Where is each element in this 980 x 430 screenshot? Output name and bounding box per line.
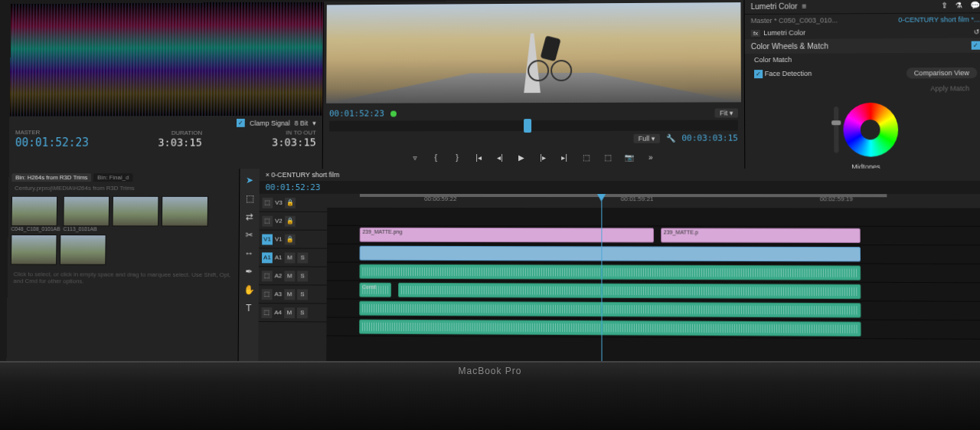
export-frame-button[interactable]: 📷 (622, 150, 635, 164)
hand-tool[interactable]: ✋ (242, 283, 256, 297)
video-clip[interactable]: 239_MATTE.p (661, 228, 861, 243)
clip-thumbnail[interactable] (11, 196, 58, 226)
wheels-enable-checkbox[interactable]: ✓ (972, 41, 980, 50)
color-match-label: Color Match (754, 56, 792, 64)
audio-clip[interactable] (359, 301, 861, 318)
program-panel: 00:01:52:23 Fit ▾ Full ▾ 🔧 00:03:03:15 ▿… (323, 0, 745, 169)
track-lock-icon[interactable]: 🔒 (285, 215, 296, 226)
track-toggle[interactable]: ⬚ (263, 197, 273, 208)
program-timecode[interactable]: 00:01:52:23 (329, 109, 384, 119)
audio-clip[interactable] (359, 264, 861, 281)
play-button[interactable]: ▶ (514, 150, 528, 164)
in-to-out-label: IN TO OUT (272, 130, 316, 136)
video-clip[interactable]: 239_MATTE.png (359, 228, 654, 243)
bin-tab-1[interactable]: Bin: H264s from R3D Trims (11, 173, 91, 182)
sequence-name[interactable]: × 0-CENTURY short film (266, 171, 340, 179)
tools-panel: ➤ ⬚ ⇄ ✂ ↔ ✒ ✋ T (238, 169, 259, 367)
type-tool[interactable]: T (242, 301, 256, 315)
clip-thumbnail[interactable] (11, 235, 57, 265)
section-color-wheels-match[interactable]: Color Wheels & Match ✓ (745, 38, 980, 54)
scope-menu-icon[interactable]: ▾ (312, 119, 316, 126)
beaker-icon[interactable]: ⚗ (956, 1, 962, 9)
program-scrubber[interactable] (329, 120, 738, 131)
mute-button[interactable]: M (284, 307, 295, 318)
fx-badge[interactable]: fx (751, 29, 760, 36)
audio-clip[interactable]: Const (359, 283, 391, 297)
track-select-tool[interactable]: ⬚ (243, 192, 256, 205)
track-toggle[interactable]: ⬚ (262, 215, 273, 226)
mark-out-button[interactable]: } (450, 150, 464, 164)
effect-name: Lumetri Color (763, 29, 805, 37)
mute-button[interactable]: M (284, 252, 295, 263)
midtones-slider[interactable] (834, 107, 838, 153)
in-to-out-value: 3:03:15 (272, 136, 316, 148)
step-forward-button[interactable]: |▸ (536, 150, 550, 164)
selection-hint: Click to select, or click in empty space… (11, 268, 236, 288)
face-detection-checkbox[interactable]: ✓ (754, 70, 763, 78)
thumbnail-grid: C048_C108_0101AB C113_0101AB (11, 193, 236, 268)
mark-in-button[interactable]: { (429, 150, 443, 164)
reset-effect-icon[interactable]: ↺ (974, 28, 980, 35)
extract-button[interactable]: ⬚ (600, 150, 614, 164)
master-clip-label: Master * C050_C003_010... (751, 16, 838, 25)
track-target-v1[interactable]: V1 (262, 234, 273, 245)
clamp-signal-checkbox[interactable]: ✓ (237, 119, 245, 127)
scopes-panel: ✓ Clamp Signal 8 Bit ▾ MASTER 00:01:52:2… (9, 2, 324, 169)
add-marker-button[interactable]: ▿ (408, 150, 422, 164)
track-toggle[interactable]: ⬚ (262, 307, 273, 318)
clip-thumbnail[interactable] (162, 196, 208, 227)
track-target-a1[interactable]: A1 (262, 252, 273, 263)
program-monitor[interactable] (326, 2, 741, 103)
mute-button[interactable]: M (284, 271, 295, 281)
go-to-in-button[interactable]: |◂ (472, 150, 485, 164)
audio-clip[interactable] (398, 283, 861, 299)
track-toggle[interactable]: ⬚ (262, 289, 273, 300)
clip-thumbnail[interactable] (60, 235, 106, 265)
in-out-range[interactable] (360, 194, 887, 197)
step-back-button[interactable]: ◂| (493, 150, 507, 164)
solo-button[interactable]: S (297, 271, 308, 281)
slip-tool[interactable]: ↔ (242, 246, 256, 260)
selection-tool[interactable]: ➤ (243, 173, 256, 187)
panel-menu-icon[interactable]: ≡ (802, 2, 807, 11)
bin-tab-2[interactable]: Bin: Final_d (93, 173, 132, 182)
wrench-icon[interactable]: 🔧 (666, 134, 675, 143)
waveform-scope[interactable] (10, 2, 323, 117)
program-end-timecode: 00:03:03:15 (681, 133, 738, 143)
razor-tool[interactable]: ✂ (243, 228, 256, 242)
share-icon[interactable]: ⇪ (941, 1, 947, 9)
track-lock-icon[interactable]: 🔒 (285, 234, 296, 245)
lift-button[interactable]: ⬚ (579, 150, 593, 164)
timeline-tracks[interactable]: 00:00:59:22 00:01:59:21 00:02:59:19 239_… (326, 194, 980, 372)
time-ruler[interactable]: 00:00:59:22 00:01:59:21 00:02:59:19 (327, 194, 980, 208)
timeline-timecode[interactable]: 00:01:52:23 (266, 182, 321, 192)
midtones-wheel[interactable] (843, 103, 898, 157)
solo-button[interactable]: S (297, 289, 308, 300)
chat-icon[interactable]: 💬 (970, 1, 979, 9)
scrubber-playhead[interactable] (524, 119, 531, 133)
audio-clip[interactable] (359, 320, 861, 336)
pen-tool[interactable]: ✒ (242, 264, 256, 278)
go-to-out-button[interactable]: ▸| (557, 150, 571, 164)
sequence-link[interactable]: 0-CENTURY short film *... (898, 15, 979, 24)
clip-thumbnail[interactable] (64, 196, 110, 227)
zoom-fit-dropdown[interactable]: Fit ▾ (715, 108, 738, 117)
clip-thumbnail[interactable] (113, 196, 159, 227)
bit-depth-label: 8 Bit (295, 119, 309, 126)
comparison-view-button[interactable]: Comparison View (906, 67, 977, 78)
more-transport-icon[interactable]: » (644, 150, 658, 164)
mute-button[interactable]: M (284, 289, 295, 300)
resolution-dropdown[interactable]: Full ▾ (634, 133, 660, 143)
track-toggle[interactable]: ⬚ (262, 271, 273, 281)
video-clip[interactable] (359, 246, 861, 262)
project-panel: Bin: H264s from R3D Trims Bin: Final_d C… (6, 169, 240, 367)
solo-button[interactable]: S (297, 252, 308, 263)
timeline-playhead[interactable] (601, 194, 602, 369)
master-label: MASTER (15, 129, 89, 136)
master-timecode[interactable]: 00:01:52:23 (15, 136, 89, 149)
ripple-tool[interactable]: ⇄ (243, 210, 256, 224)
apply-match-button[interactable]: Apply Match (923, 83, 978, 94)
track-lock-icon[interactable]: 🔒 (285, 197, 296, 208)
timeline-panel: × 0-CENTURY short film 00:01:52:23 ⬚V3🔒 … (258, 169, 980, 372)
solo-button[interactable]: S (297, 307, 308, 318)
